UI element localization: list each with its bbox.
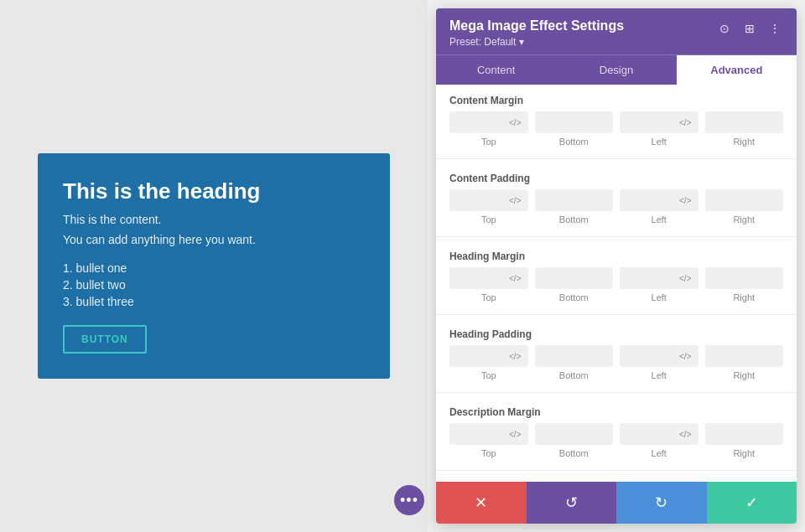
field-group-bottom: Bottom — [535, 111, 614, 147]
input-heading-margin-right[interactable] — [705, 267, 784, 289]
field-group-top: </> Top — [449, 267, 528, 302]
sublabel-left: Left — [620, 370, 699, 380]
input-content-margin-bottom[interactable] — [535, 111, 614, 133]
field-group-left: </> Left — [620, 111, 699, 147]
description-margin-bottom-input[interactable] — [542, 428, 607, 440]
divider — [436, 392, 797, 393]
input-content-padding-right[interactable] — [705, 189, 784, 211]
heading-margin-right-input[interactable] — [712, 272, 777, 284]
field-group-left: </> Left — [620, 267, 699, 302]
code-icon: </> — [509, 118, 521, 127]
tab-design[interactable]: Design — [556, 55, 676, 85]
input-content-margin-top[interactable]: </> — [449, 111, 528, 133]
sublabel-top: Top — [449, 137, 528, 147]
action-bar: ✕ ↺ ↻ ✓ — [436, 482, 797, 524]
sublabel-bottom: Bottom — [535, 292, 614, 302]
content-padding-left-input[interactable] — [626, 194, 676, 206]
preview-button[interactable]: BUTTON — [63, 325, 147, 354]
settings-panel: Mega Image Effect Settings Preset: Defau… — [436, 8, 797, 524]
panel-header-icons: ⊙ ⊞ ⋮ — [716, 20, 783, 37]
section-label-content-margin: Content Margin — [436, 85, 797, 111]
panel-title: Mega Image Effect Settings — [449, 18, 624, 34]
heading-margin-fields: </> Top Bottom </> Left — [436, 267, 797, 314]
sublabel-left: Left — [620, 137, 699, 147]
content-margin-bottom-input[interactable] — [542, 116, 607, 128]
floating-dots-button[interactable]: ••• — [394, 485, 424, 515]
content-padding-right-input[interactable] — [712, 194, 777, 206]
heading-margin-top-input[interactable] — [456, 272, 506, 284]
content-padding-fields: </> Top Bottom </> Left — [436, 189, 797, 236]
list-item: 1. bullet one — [63, 261, 365, 275]
redo-icon: ↻ — [655, 493, 667, 512]
preview-icon[interactable]: ⊙ — [716, 20, 733, 37]
panel-header-left: Mega Image Effect Settings Preset: Defau… — [449, 18, 624, 48]
field-group-bottom: Bottom — [535, 345, 614, 380]
heading-padding-right-input[interactable] — [712, 350, 777, 362]
sublabel-left: Left — [620, 292, 699, 302]
divider — [436, 470, 797, 471]
input-description-margin-top[interactable]: </> — [449, 423, 528, 445]
sublabel-top: Top — [449, 370, 528, 380]
confirm-button[interactable]: ✓ — [707, 482, 797, 524]
input-description-margin-bottom[interactable] — [535, 423, 614, 445]
input-heading-padding-top[interactable]: </> — [449, 345, 528, 367]
tab-advanced[interactable]: Advanced — [677, 55, 797, 85]
description-margin-left-input[interactable] — [626, 428, 676, 440]
field-group-top: </> Top — [449, 345, 528, 380]
input-heading-padding-bottom[interactable] — [535, 345, 614, 367]
undo-button[interactable]: ↺ — [527, 482, 617, 524]
divider — [436, 314, 797, 315]
field-group-top: </> Top — [449, 423, 528, 458]
preview-card: This is the heading This is the content.… — [38, 153, 390, 379]
content-margin-top-input[interactable] — [456, 116, 506, 128]
field-group-left: </> Left — [620, 423, 699, 458]
input-description-margin-left[interactable]: </> — [620, 423, 699, 445]
cancel-button[interactable]: ✕ — [436, 482, 527, 524]
cancel-icon: ✕ — [475, 493, 487, 512]
input-heading-padding-left[interactable]: </> — [620, 345, 699, 367]
description-margin-top-input[interactable] — [456, 428, 506, 440]
field-group-bottom: Bottom — [535, 267, 614, 302]
redo-button[interactable]: ↻ — [616, 482, 707, 524]
code-icon: </> — [679, 118, 691, 127]
divider — [436, 236, 797, 237]
layout-icon[interactable]: ⊞ — [741, 20, 758, 37]
heading-padding-fields: </> Top Bottom </> Left — [436, 345, 797, 392]
code-icon: </> — [509, 430, 521, 439]
input-description-margin-right[interactable] — [705, 423, 784, 445]
input-heading-margin-bottom[interactable] — [535, 267, 614, 289]
content-margin-right-input[interactable] — [712, 116, 777, 128]
input-content-padding-bottom[interactable] — [535, 189, 614, 211]
heading-padding-bottom-input[interactable] — [542, 350, 607, 362]
more-icon[interactable]: ⋮ — [766, 20, 783, 37]
divider — [436, 158, 797, 159]
input-heading-margin-left[interactable]: </> — [620, 267, 699, 289]
field-group-right: Right — [705, 111, 784, 147]
description-margin-right-input[interactable] — [712, 428, 777, 440]
content-margin-left-input[interactable] — [626, 116, 676, 128]
field-group-right: Right — [705, 189, 784, 225]
confirm-icon: ✓ — [745, 493, 758, 512]
input-heading-padding-right[interactable] — [705, 345, 784, 367]
section-label-content-padding: Content Padding — [436, 163, 797, 189]
heading-margin-bottom-input[interactable] — [542, 272, 607, 284]
sublabel-bottom: Bottom — [535, 370, 614, 380]
list-item: 2. bullet two — [63, 278, 365, 292]
heading-padding-left-input[interactable] — [626, 350, 676, 362]
input-content-margin-left[interactable]: </> — [620, 111, 699, 133]
content-padding-bottom-input[interactable] — [542, 194, 607, 206]
heading-margin-left-input[interactable] — [626, 272, 676, 284]
content-padding-top-input[interactable] — [456, 194, 506, 206]
code-icon: </> — [679, 196, 691, 205]
heading-padding-top-input[interactable] — [456, 350, 506, 362]
input-content-padding-top[interactable]: </> — [449, 189, 528, 211]
dots-icon: ••• — [400, 492, 418, 509]
tab-content[interactable]: Content — [436, 55, 556, 85]
code-icon: </> — [509, 274, 521, 283]
input-heading-margin-top[interactable]: </> — [449, 267, 528, 289]
input-content-margin-right[interactable] — [705, 111, 784, 133]
input-content-padding-left[interactable]: </> — [620, 189, 699, 211]
panel-preset[interactable]: Preset: Default ▾ — [449, 36, 624, 48]
field-group-bottom: Bottom — [535, 423, 614, 458]
sublabel-top: Top — [449, 214, 528, 225]
